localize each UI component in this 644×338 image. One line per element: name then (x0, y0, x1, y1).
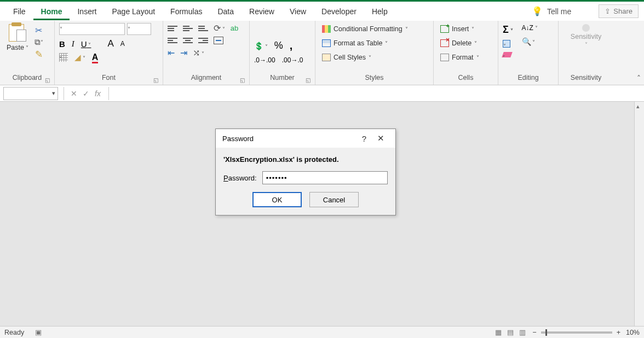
increase-decimal-button[interactable]: .0→.00 (254, 56, 275, 64)
align-bottom-icon[interactable] (198, 25, 208, 32)
close-icon[interactable]: ✕ (372, 133, 389, 143)
font-launcher-icon[interactable]: ◱ (153, 77, 158, 83)
format-painter-icon[interactable]: ✎ (34, 49, 44, 59)
font-color-button[interactable]: A (92, 53, 99, 62)
align-middle-icon[interactable] (183, 25, 193, 32)
group-editing: Σ A↓Z 🔍 Editing (498, 21, 559, 85)
name-box-dropdown-icon[interactable]: ▾ (52, 90, 55, 97)
format-as-table-button[interactable]: Format as Table (320, 38, 390, 48)
increase-indent-icon[interactable]: ⇥ (180, 48, 187, 58)
dialog-title: Password (222, 135, 356, 143)
zoom-slider[interactable] (541, 331, 612, 334)
font-name-combo[interactable] (59, 23, 125, 35)
italic-button[interactable]: I (72, 39, 74, 49)
enter-formula-icon[interactable]: ✓ (83, 89, 89, 98)
tab-home[interactable]: Home (33, 3, 70, 20)
tell-me-search[interactable]: 💡 Tell me (526, 6, 577, 16)
number-launcher-icon[interactable]: ◱ (306, 77, 311, 83)
menu-tabs: File Home Insert Page Layout Formulas Da… (0, 2, 644, 21)
wrap-text-button[interactable]: ab (231, 24, 238, 32)
group-number: 💲 % , .0→.00 .00→.0 Number ◱ (250, 21, 315, 85)
font-size-combo[interactable] (127, 23, 151, 35)
fill-button[interactable] (503, 40, 510, 48)
orientation-button[interactable]: ⟳ (214, 23, 225, 33)
paste-button[interactable]: Paste (4, 23, 31, 53)
autosum-button[interactable]: Σ (503, 24, 513, 36)
page-break-view-icon[interactable]: ▥ (519, 328, 526, 336)
tab-file[interactable]: File (5, 3, 33, 20)
tab-formulas[interactable]: Formulas (163, 3, 210, 20)
cancel-button[interactable]: Cancel (309, 192, 359, 207)
tab-insert[interactable]: Insert (70, 3, 104, 20)
zoom-level[interactable]: 10% (626, 329, 640, 336)
merge-center-button[interactable] (214, 37, 223, 44)
group-label-editing: Editing (503, 74, 554, 84)
fx-icon[interactable]: fx (95, 89, 101, 98)
percent-button[interactable]: % (274, 40, 283, 51)
accounting-format-button[interactable]: 💲 (254, 42, 268, 50)
align-center-icon[interactable] (183, 37, 193, 44)
vertical-scrollbar[interactable]: ▴ (634, 102, 644, 326)
zoom-out-icon[interactable]: − (532, 329, 536, 336)
sort-filter-button[interactable]: A↓Z (522, 24, 538, 32)
sensitivity-button[interactable]: Sensitivity ˅ (568, 23, 603, 49)
cut-icon[interactable]: ✂ (34, 25, 44, 35)
orientation-dropdown[interactable]: ⤭ (193, 48, 204, 58)
password-input[interactable] (262, 171, 388, 184)
tab-page-layout[interactable]: Page Layout (104, 3, 163, 20)
dialog-message: 'XlsxEncryption.xlsx' is protected. (223, 155, 388, 164)
align-top-icon[interactable] (168, 25, 177, 32)
clear-button[interactable] (502, 52, 513, 57)
paste-label: Paste (7, 44, 28, 51)
ok-button[interactable]: OK (252, 192, 302, 207)
tab-data[interactable]: Data (210, 3, 242, 20)
clipboard-launcher-icon[interactable]: ◱ (45, 77, 50, 83)
decrease-indent-icon[interactable]: ⇤ (168, 48, 175, 58)
insert-icon (440, 25, 449, 33)
delete-cells-button[interactable]: Delete (438, 38, 479, 48)
scroll-up-icon[interactable]: ▴ (636, 103, 640, 110)
collapse-ribbon-icon[interactable]: ˄ (637, 74, 641, 83)
ribbon: Paste ✂ ⧉ ✎ Clipboard ◱ B I U A (0, 21, 644, 85)
normal-view-icon[interactable]: ▦ (495, 328, 502, 336)
tab-review[interactable]: Review (242, 3, 282, 20)
cancel-formula-icon[interactable]: ✕ (71, 89, 77, 98)
cell-styles-icon (322, 54, 331, 61)
macro-record-icon[interactable]: ▣ (35, 328, 42, 336)
name-box[interactable]: ▾ (3, 87, 58, 100)
formula-input[interactable] (108, 87, 644, 100)
tell-me-label: Tell me (547, 7, 571, 16)
underline-button[interactable]: U (81, 39, 91, 49)
shrink-font-button[interactable]: A (120, 40, 125, 48)
share-icon: ⇪ (605, 7, 611, 15)
group-alignment: ⟳ ab ⇤ ⇥ ⤭ Alignment ◱ (163, 21, 250, 85)
group-label-clipboard: Clipboard ◱ (4, 74, 50, 84)
borders-button[interactable] (59, 53, 68, 62)
dialog-titlebar[interactable]: Password ? ✕ (216, 129, 395, 148)
cell-styles-button[interactable]: Cell Styles (320, 53, 373, 62)
tab-help[interactable]: Help (364, 3, 395, 20)
decrease-decimal-button[interactable]: .00→.0 (282, 56, 303, 64)
page-layout-view-icon[interactable]: ▤ (507, 328, 514, 336)
format-cells-button[interactable]: Format (438, 53, 481, 62)
align-left-icon[interactable] (168, 37, 177, 44)
group-label-styles: Styles (320, 74, 429, 84)
insert-cells-button[interactable]: Insert (438, 24, 476, 34)
formula-bar: ▾ ✕ ✓ fx (0, 85, 644, 102)
align-right-icon[interactable] (198, 37, 208, 44)
zoom-in-icon[interactable]: + (617, 329, 620, 336)
grow-font-button[interactable]: A (107, 38, 113, 49)
help-icon[interactable]: ? (356, 134, 372, 143)
fill-color-button[interactable]: ◢ (74, 53, 85, 62)
tab-view[interactable]: View (282, 3, 314, 20)
tab-developer[interactable]: Developer (314, 3, 364, 20)
alignment-launcher-icon[interactable]: ◱ (240, 77, 245, 83)
copy-icon[interactable]: ⧉ (34, 37, 44, 47)
conditional-formatting-button[interactable]: Conditional Formatting (320, 24, 410, 34)
comma-style-button[interactable]: , (290, 39, 293, 52)
format-icon (440, 54, 449, 61)
group-clipboard: Paste ✂ ⧉ ✎ Clipboard ◱ (0, 21, 55, 85)
find-select-button[interactable]: 🔍 (522, 37, 538, 46)
share-button[interactable]: ⇪ Share (599, 4, 639, 18)
bold-button[interactable]: B (59, 39, 65, 49)
